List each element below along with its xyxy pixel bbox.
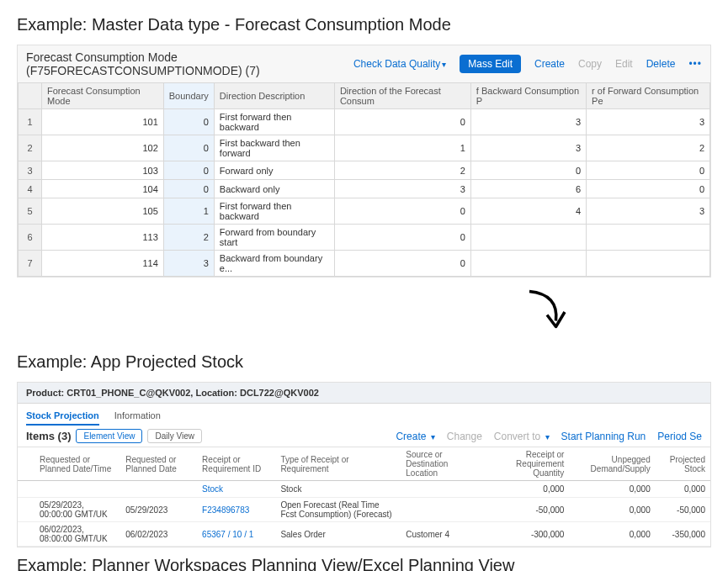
product-location-bar: Product: CRT01_PHONE_C@QKV002, Location:… xyxy=(18,383,710,404)
items-count: Items (3) xyxy=(26,430,71,442)
section-title-1: Example: Master Data type - Forecast Con… xyxy=(17,15,711,34)
requirement-link[interactable]: F234896783 xyxy=(202,505,249,515)
stock-table: Requested or Planned Date/Time Requested… xyxy=(18,447,710,547)
table-row[interactable]: 05/29/2023, 00:00:00 GMT/UK05/29/2023F23… xyxy=(18,498,710,522)
create-button[interactable]: Create xyxy=(534,58,565,70)
requirement-link[interactable]: 65367 / 10 / 1 xyxy=(202,530,253,539)
section-title-2: Example: App Projected Stock xyxy=(17,352,711,372)
col-dir-desc[interactable]: Direction Description xyxy=(214,83,334,109)
create-button-2[interactable]: Create ▾ xyxy=(396,431,434,442)
copy-button[interactable]: Copy xyxy=(578,58,602,70)
col-back[interactable]: f Backward Consumption P xyxy=(470,83,586,109)
table-row[interactable]: 06/02/2023, 08:00:00 GMT/UK06/02/2023653… xyxy=(18,522,710,547)
chevron-down-icon: ▾ xyxy=(545,432,550,441)
requirement-link[interactable]: Stock xyxy=(202,484,223,494)
table-row[interactable]: 51051First forward then backward043 xyxy=(19,198,710,225)
element-view-button[interactable]: Element View xyxy=(76,429,142,443)
section-title-3: Example: Planner Workspaces Planning Vie… xyxy=(17,556,711,571)
table-row[interactable]: StockStock0,0000,0000,000 xyxy=(18,481,710,498)
forecast-panel: Forecast Consumption Mode (F75FORECASTCO… xyxy=(17,45,711,278)
table-row[interactable]: 71143Backward from boundary e...0 xyxy=(19,251,710,277)
chevron-down-icon: ▾ xyxy=(442,60,446,69)
projected-stock-panel: Product: CRT01_PHONE_C@QKV002, Location:… xyxy=(17,382,711,547)
period-button[interactable]: Period Se xyxy=(657,431,702,442)
chevron-down-icon: ▾ xyxy=(431,432,435,441)
table-row[interactable]: 21020First backward then forward132 xyxy=(19,135,710,161)
table-row[interactable]: 11010First forward then backward033 xyxy=(19,109,710,135)
more-actions-icon[interactable]: ••• xyxy=(688,58,702,70)
daily-view-button[interactable]: Daily View xyxy=(147,429,202,443)
panel1-title: Forecast Consumption Mode (F75FORECASTCO… xyxy=(26,50,340,77)
forecast-table: Forecast Consumption Mode Boundary Direc… xyxy=(18,82,710,277)
tab-stock-projection[interactable]: Stock Projection xyxy=(26,407,99,426)
col-fcm[interactable]: Forecast Consumption Mode xyxy=(42,83,164,109)
tab-information[interactable]: Information xyxy=(114,407,161,426)
table-row[interactable]: 31030Forward only200 xyxy=(19,161,710,180)
convert-button[interactable]: Convert to ▾ xyxy=(494,431,550,442)
col-fwd[interactable]: r of Forward Consumption Pe xyxy=(587,83,710,109)
mass-edit-button[interactable]: Mass Edit xyxy=(460,55,521,73)
change-button[interactable]: Change xyxy=(447,431,482,442)
table-row[interactable]: 41040Backward only360 xyxy=(19,180,710,198)
col-dir-consum[interactable]: Direction of the Forecast Consum xyxy=(334,83,470,109)
start-planning-button[interactable]: Start Planning Run xyxy=(561,431,646,442)
table-row[interactable]: 61132Forward from boundary start0 xyxy=(19,225,710,251)
arrow-icon xyxy=(370,283,711,344)
col-boundary[interactable]: Boundary xyxy=(163,83,214,109)
edit-button[interactable]: Edit xyxy=(615,58,633,70)
delete-button[interactable]: Delete xyxy=(646,58,676,70)
check-data-quality-button[interactable]: Check Data Quality▾ xyxy=(353,58,446,70)
